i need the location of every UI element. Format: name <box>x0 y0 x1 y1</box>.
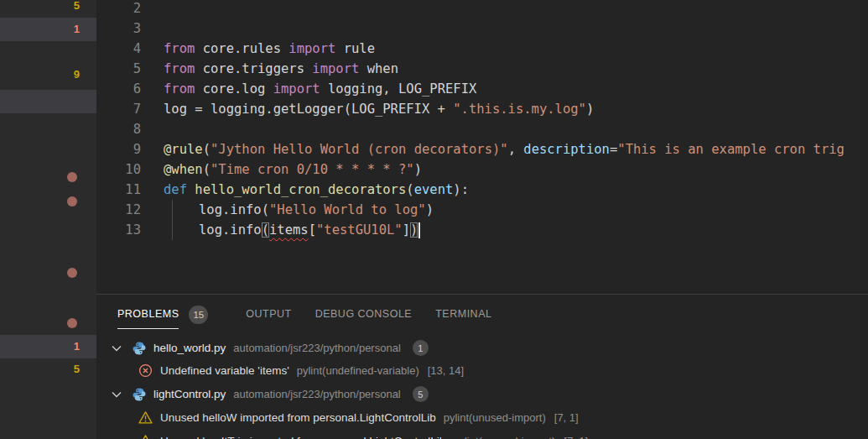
problem-message: Unused hueItTrig imported from personal.… <box>160 435 445 439</box>
file-name: lightControl.py <box>153 388 226 400</box>
code-line-8[interactable]: 8 <box>96 119 868 139</box>
code-token: def <box>164 182 195 197</box>
panel-tab-bar: PROBLEMS 15 OUTPUT DEBUG CONSOLE TERMINA… <box>117 308 515 329</box>
modified-dot-icon <box>67 172 77 182</box>
line-number: 5 <box>96 59 164 79</box>
line-number: 11 <box>96 180 164 200</box>
bottom-panel: PROBLEMS 15 OUTPUT DEBUG CONSOLE TERMINA… <box>96 294 868 439</box>
code-token: [ <box>309 222 316 238</box>
line-number: 3 <box>96 18 164 39</box>
tab-terminal[interactable]: TERMINAL <box>435 308 491 329</box>
code-editor[interactable]: 2 3 4from core.rules import rule 5from c… <box>96 0 868 294</box>
line-number: 13 <box>96 220 164 240</box>
problems-file-row[interactable]: lightControl.py automation/jsr223/python… <box>96 383 868 405</box>
code-line-2[interactable]: 2 <box>96 0 868 18</box>
code-token: ) <box>414 162 422 177</box>
problem-position: [13, 14] <box>428 364 464 377</box>
code-line-4[interactable]: 4from core.rules import rule <box>96 39 868 59</box>
code-token: ( <box>406 182 413 197</box>
code-token: when <box>359 61 398 76</box>
code-token: import <box>273 81 320 97</box>
explorer-sidebar[interactable]: 5 1 9 1 5 <box>0 0 96 439</box>
code-line-10[interactable]: 10@when("Time cron 0/10 * * * * ?") <box>96 159 868 180</box>
explorer-row-selected[interactable] <box>0 335 96 358</box>
line-number: 7 <box>96 99 164 119</box>
problem-count-badge: 9 <box>74 68 80 81</box>
problem-count-badge: 5 <box>74 363 80 376</box>
code-token: description <box>523 142 610 157</box>
code-line-13[interactable]: 13log.info(items["testGU10L"]) <box>96 220 868 240</box>
problem-position: [7, 1] <box>564 435 588 439</box>
code-line-3[interactable]: 3 <box>96 18 868 39</box>
line-number: 6 <box>96 79 164 99</box>
problem-error-row[interactable]: Undefined variable 'items' pylint(undefi… <box>96 359 868 382</box>
chevron-down-icon[interactable] <box>110 342 123 355</box>
code-token: import <box>288 41 335 56</box>
code-line-7[interactable]: 7log = logging.getLogger(LOG_PREFIX + ".… <box>96 99 868 119</box>
code-token: log = logging.getLogger(LOG_PREFIX + <box>164 102 453 117</box>
problem-message: Undefined variable 'items' <box>160 364 289 377</box>
code-token: ): <box>453 182 469 197</box>
tab-label: DEBUG CONSOLE <box>315 308 413 329</box>
explorer-row-selected[interactable] <box>0 90 96 113</box>
problem-warning-row[interactable]: Unused hueItTrig imported from personal.… <box>96 430 868 439</box>
line-number: 10 <box>96 159 164 180</box>
problem-source: pylint(unused-import) <box>444 411 546 424</box>
bracket-match: ( <box>262 222 269 238</box>
code-token: core.log <box>195 81 273 97</box>
line-number: 2 <box>96 0 164 18</box>
error-squiggle-token: items <box>269 222 309 238</box>
problem-count-badge: 5 <box>74 0 80 13</box>
code-token: log.info( <box>199 202 269 217</box>
code-token: ) <box>426 202 434 217</box>
line-number: 8 <box>96 119 164 139</box>
code-token: ) <box>586 102 594 117</box>
code-token: @rule <box>164 142 203 157</box>
code-token: "Hello World to log" <box>269 202 426 217</box>
line-number: 4 <box>96 39 164 59</box>
code-token: "testGU10L" <box>316 222 403 238</box>
code-token: ".this.is.my.log" <box>453 102 586 117</box>
python-file-icon <box>132 387 147 402</box>
tab-output[interactable]: OUTPUT <box>246 308 291 329</box>
tab-problems[interactable]: PROBLEMS 15 <box>117 308 208 329</box>
code-token: from <box>164 41 195 56</box>
tab-label: PROBLEMS <box>117 308 179 329</box>
problems-file-row[interactable]: hello_world.py automation/jsr223/python/… <box>96 337 868 359</box>
problem-source: pylint(undefined-variable) <box>297 364 419 377</box>
tab-debug-console[interactable]: DEBUG CONSOLE <box>315 308 413 329</box>
line-number: 9 <box>96 139 164 159</box>
code-token: @when <box>164 162 203 177</box>
code-token: import <box>312 61 359 76</box>
modified-dot-icon <box>67 196 77 206</box>
chevron-down-icon[interactable] <box>110 388 123 401</box>
code-line-6[interactable]: 6from core.log import logging, LOG_PREFI… <box>96 79 868 99</box>
problem-warning-row[interactable]: Unused helloW imported from personal.Lig… <box>96 406 868 429</box>
code-token: "This is an example cron trig <box>617 142 845 157</box>
code-token: "Jython Hello World (cron decorators)" <box>211 142 508 157</box>
text-cursor <box>418 222 420 238</box>
modified-dot-icon <box>67 268 77 278</box>
vscode-window: 5 1 9 1 5 2 3 4from core.rules import ru… <box>0 0 868 439</box>
file-problem-count-badge: 1 <box>413 340 429 356</box>
code-token: rule <box>335 41 375 56</box>
warning-icon <box>138 410 153 425</box>
code-token: , <box>508 142 524 157</box>
problem-message: Unused helloW imported from personal.Lig… <box>160 411 436 424</box>
problem-source: pylint(unused-import) <box>453 435 555 439</box>
code-line-11[interactable]: 11def hello_world_cron_decorators(event)… <box>96 180 868 200</box>
code-line-9[interactable]: 9@rule("Jython Hello World (cron decorat… <box>96 139 868 159</box>
code-line-5[interactable]: 5from core.triggers import when <box>96 59 868 79</box>
explorer-row-selected[interactable] <box>0 18 96 41</box>
warning-icon <box>138 434 153 439</box>
code-token: logging, LOG_PREFIX <box>320 81 477 97</box>
problem-count-badge: 1 <box>74 340 80 353</box>
code-line-12[interactable]: 12log.info("Hello World to log") <box>96 200 868 220</box>
problem-count-badge: 1 <box>74 23 80 36</box>
code-token: = <box>610 142 617 157</box>
code-token: core.rules <box>195 41 288 56</box>
code-token: ] <box>403 222 410 238</box>
code-token: event <box>414 182 454 197</box>
code-token: ( <box>203 142 211 157</box>
file-problem-count-badge: 5 <box>413 386 429 402</box>
